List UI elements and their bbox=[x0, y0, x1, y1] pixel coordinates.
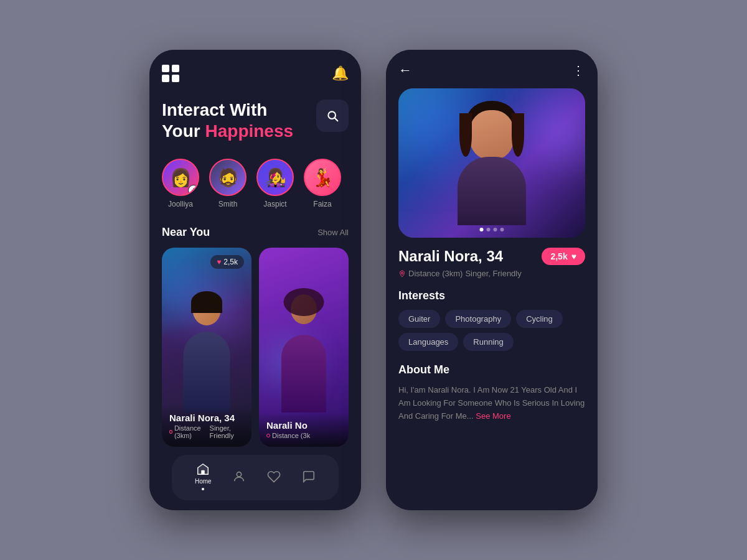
profile-sub: Distance (3km) Singer, Friendly bbox=[398, 269, 585, 278]
interests-list: Guiter Photography Cycling Languages Run… bbox=[398, 310, 585, 351]
add-badge: + bbox=[188, 185, 199, 196]
near-you-header: Near You Show All bbox=[162, 226, 349, 239]
interest-running[interactable]: Running bbox=[463, 333, 513, 351]
photo-dot-4 bbox=[500, 228, 504, 231]
grid-icon[interactable] bbox=[162, 65, 179, 82]
svg-rect-2 bbox=[202, 470, 205, 474]
nav-home[interactable]: Home bbox=[195, 462, 212, 490]
nav-messages[interactable] bbox=[302, 470, 316, 483]
profile-icon bbox=[232, 470, 246, 483]
story-name-jaspict: Jaspict bbox=[263, 200, 286, 208]
story-jaspict[interactable]: 👩‍🎤 Jaspict bbox=[256, 159, 294, 208]
card-likes-1: ♥ 2,5k bbox=[210, 255, 244, 269]
story-avatar-smith: 🧔 bbox=[209, 159, 247, 196]
profile-info-row: Narali Nora, 34 2,5k ♥ bbox=[398, 248, 585, 265]
svg-point-4 bbox=[402, 272, 403, 274]
story-faiza[interactable]: 💃 Faiza bbox=[304, 159, 341, 208]
back-button[interactable]: ← bbox=[398, 62, 412, 78]
interest-photography[interactable]: Photography bbox=[445, 310, 511, 328]
show-all-button[interactable]: Show All bbox=[317, 228, 349, 237]
story-name-smith: Smith bbox=[218, 200, 238, 208]
heart-nav-icon bbox=[267, 470, 281, 483]
photo-dot-3 bbox=[494, 228, 497, 231]
interest-guiter[interactable]: Guiter bbox=[398, 310, 440, 328]
heart-icon-1: ♥ bbox=[217, 258, 221, 266]
nav-home-label: Home bbox=[195, 478, 212, 485]
svg-point-3 bbox=[237, 472, 242, 476]
svg-line-1 bbox=[335, 118, 338, 121]
right-phone: ← ⋮ bbox=[386, 50, 598, 510]
photo-dots bbox=[480, 228, 504, 231]
more-options-button[interactable]: ⋮ bbox=[572, 63, 585, 78]
interest-cycling[interactable]: Cycling bbox=[516, 310, 563, 328]
about-text: Hi, I'am Narali Nora. I Am Now 21 Years … bbox=[398, 384, 585, 422]
card-info-2: Narali No Distance (3k bbox=[259, 413, 349, 447]
story-avatar-jaspict: 👩‍🎤 bbox=[256, 159, 294, 196]
interests-title: Interests bbox=[398, 289, 585, 302]
left-phone: 🔔 Interact With Your Happiness 👩 bbox=[149, 50, 361, 510]
loc-dot-1 bbox=[169, 430, 172, 434]
photo-dot-2 bbox=[487, 228, 491, 231]
nav-profile[interactable] bbox=[232, 470, 246, 483]
likes-badge: 2,5k ♥ bbox=[542, 248, 585, 265]
story-avatar-joolliya: 👩 + bbox=[162, 159, 199, 196]
story-name-joolliya: Joolliya bbox=[168, 200, 193, 208]
bell-icon[interactable]: 🔔 bbox=[332, 65, 349, 82]
near-you-title: Near You bbox=[162, 226, 210, 239]
left-header: 🔔 bbox=[162, 65, 349, 82]
cards-row: ♥ 2,5k Narali Nora, 34 Distance (3km) Si… bbox=[162, 248, 349, 449]
story-joolliya[interactable]: 👩 + Joolliya bbox=[162, 159, 199, 208]
story-avatar-faiza: 💃 bbox=[304, 159, 341, 196]
profile-photo-card bbox=[398, 88, 585, 238]
card-name-1: Narali Nora, 34 bbox=[169, 413, 244, 423]
right-header: ← ⋮ bbox=[398, 62, 585, 78]
profile-name: Narali Nora, 34 bbox=[398, 248, 503, 265]
nav-likes[interactable] bbox=[267, 470, 281, 483]
card-meta-1: Distance (3km) Singer, Friendly bbox=[169, 424, 244, 439]
home-icon bbox=[196, 462, 210, 476]
interest-languages[interactable]: Languages bbox=[398, 333, 458, 351]
story-name-faiza: Faiza bbox=[313, 200, 331, 208]
about-title: About Me bbox=[398, 363, 585, 376]
card-info-1: Narali Nora, 34 Distance (3km) Singer, F… bbox=[162, 405, 251, 447]
bottom-nav: Home bbox=[172, 455, 339, 500]
location-icon bbox=[398, 270, 406, 278]
card-meta-2: Distance (3k bbox=[266, 432, 341, 439]
nav-active-dot bbox=[202, 488, 204, 490]
card-name-2: Narali No bbox=[266, 420, 341, 431]
loc-dot-2 bbox=[266, 434, 270, 437]
headline-text: Interact With Your Happiness bbox=[162, 100, 293, 141]
stories-row: 👩 + Joolliya 🧔 Smith 👩‍🎤 Jaspict 💃 bbox=[162, 159, 349, 208]
heart-badge-icon: ♥ bbox=[571, 251, 576, 261]
chat-icon bbox=[302, 470, 316, 483]
profile-card-1[interactable]: ♥ 2,5k Narali Nora, 34 Distance (3km) Si… bbox=[162, 248, 251, 447]
photo-dot-1 bbox=[480, 228, 484, 231]
headline-row: Interact With Your Happiness bbox=[162, 100, 349, 159]
story-smith[interactable]: 🧔 Smith bbox=[209, 159, 247, 208]
search-button[interactable] bbox=[316, 100, 349, 132]
profile-card-2[interactable]: Narali No Distance (3k bbox=[259, 248, 349, 447]
headline: Interact With Your Happiness bbox=[162, 100, 293, 141]
see-more-button[interactable]: See More bbox=[476, 411, 510, 421]
